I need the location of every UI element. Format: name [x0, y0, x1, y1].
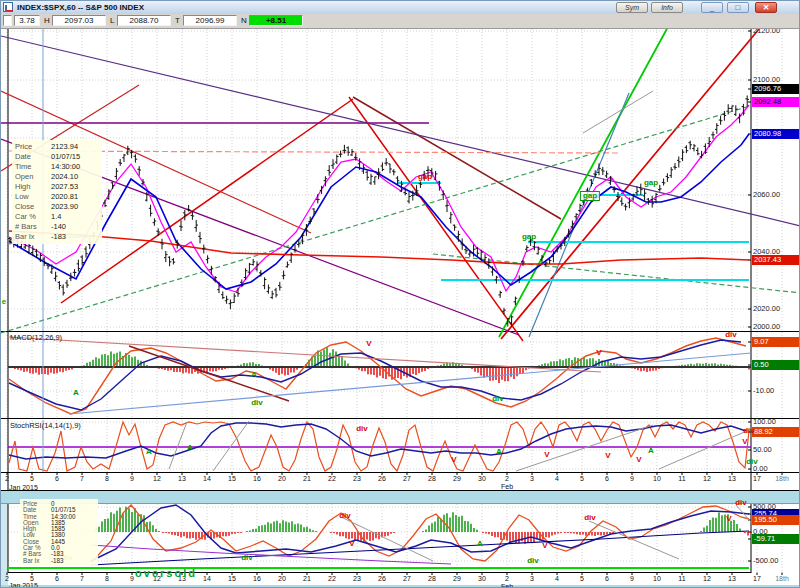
x-axis-label: 18th	[775, 575, 789, 582]
annotation-div: div	[725, 331, 737, 339]
macd-axis-label: -10.00	[753, 387, 774, 395]
data-window-row: Open2024.10	[15, 172, 99, 182]
data-window-row: Date01/07/15	[15, 152, 99, 162]
stochrsi-axis-badge: 88.92	[752, 427, 799, 437]
trend-green-dashed	[1, 105, 753, 333]
x-axis-label: 16	[253, 575, 261, 582]
x-axis-label: 8	[105, 475, 109, 482]
x-axis-label: 13	[728, 575, 736, 582]
x-axis-label: 6	[55, 575, 59, 582]
x-axis-label: 15	[228, 475, 236, 482]
x-axis-label: 11	[678, 475, 685, 482]
x-axis-label: 17	[753, 575, 761, 582]
month-label: Jan 2015	[9, 582, 38, 588]
annotation-div: div	[339, 512, 351, 520]
quote-change-box: 3.78	[14, 15, 40, 26]
annotation-V: V	[596, 349, 601, 357]
annotation-gap: gap	[644, 179, 658, 187]
x-axis-label: 2	[505, 575, 509, 582]
x-axis-label: 12	[703, 475, 711, 482]
annotation-A: A	[496, 448, 502, 456]
annotation-A: A	[648, 447, 654, 455]
title-bar: INDEX:$SPX,60 -- S&P 500 INDEX Sym Info …	[1, 1, 800, 15]
quote-low-box: 2088.70	[117, 15, 171, 26]
x-axis-label: 16	[253, 475, 261, 482]
annotation-A: A	[146, 448, 152, 456]
annotation-V: V	[742, 438, 747, 446]
lower-axis-badge: -59.71	[752, 534, 799, 544]
ohlc-price-bars	[8, 95, 749, 326]
main-price-axis-label: 2020.00	[753, 305, 780, 313]
x-axis-label: 9	[130, 575, 134, 582]
x-axis-label: 2	[5, 475, 9, 482]
info-button[interactable]: Info	[651, 2, 683, 13]
data-window-row: High2027.53	[15, 182, 99, 192]
app-icon	[3, 2, 13, 12]
macd-trend-lightblue	[69, 353, 751, 414]
window-title: INDEX:$SPX,60 -- S&P 500 INDEX	[17, 3, 144, 12]
data-window-row: Bar Ix-183	[23, 558, 95, 564]
x-axis-label: 10	[653, 575, 661, 582]
annotation-V: V	[451, 456, 456, 464]
x-axis-label: 27	[403, 475, 411, 482]
x-axis-label: 28	[428, 575, 436, 582]
last-label: T	[175, 16, 180, 25]
main-price-axis-label: 2060.00	[753, 191, 780, 199]
annotation-div: div	[356, 425, 368, 433]
annotation-div: div	[527, 557, 539, 565]
quote-bar: 3.78 H 2097.03 L 2088.70 T 2096.99 N +8.…	[1, 14, 800, 29]
qcharts-window: { "window":{"title":"INDEX:$SPX,60 -- S&…	[0, 0, 800, 588]
main-price-axis-label: 2100.00	[753, 76, 780, 84]
trend-red-channel	[501, 29, 759, 339]
close-button[interactable]: ✕	[755, 2, 777, 13]
annotation-e: e	[2, 298, 6, 306]
x-axis-label: 9	[630, 475, 634, 482]
annotation-A: A	[73, 389, 79, 397]
stochrsi-axis-label: 100.00	[753, 418, 776, 426]
x-axis-label: 5	[30, 475, 34, 482]
x-axis-label: 4	[555, 575, 559, 582]
main-price-axis-label: 2000.00	[753, 323, 780, 331]
maximize-button[interactable]: □	[727, 2, 749, 13]
data-window-row: Time14:30:00	[15, 162, 99, 172]
annotation-div: div	[743, 427, 755, 435]
ma-blue	[9, 134, 749, 289]
x-axis-label: 13	[178, 475, 186, 482]
feb-label: Feb	[501, 483, 513, 490]
quote-high-box: 2097.03	[52, 15, 106, 26]
macd-signal-line	[9, 340, 741, 410]
x-axis-label: 21	[303, 475, 311, 482]
data-window-lower: Price0Date01/07/15Time14:30:00Open1385Hi…	[20, 499, 98, 566]
annotation-gap: gap	[418, 173, 432, 181]
minimize-button[interactable]: _	[701, 2, 723, 13]
data-window-row: Bar Ix-183	[15, 232, 99, 242]
main-price-axis-badge: 2096.76	[752, 84, 799, 94]
x-axis-label: 17	[753, 475, 761, 482]
annotation-V: V	[366, 340, 371, 348]
stochrsi-axis-label: 0.00	[753, 465, 768, 473]
annotation-gap: gap	[580, 191, 600, 201]
x-axis-label: 23	[353, 575, 361, 582]
low-label: L	[110, 16, 114, 25]
annotation-A: A	[251, 371, 257, 379]
data-window-row: Low2020.81	[15, 192, 99, 202]
annotation-V: V	[605, 452, 610, 460]
x-axis-label: 7	[80, 575, 84, 582]
annotation-div: div	[584, 514, 596, 522]
quote-last-box: 2096.99	[183, 15, 237, 26]
macd-trend-maroon	[129, 346, 289, 401]
x-axis-label: 2	[5, 575, 9, 582]
x-axis-label: 27	[403, 575, 411, 582]
x-axis-label: 6	[605, 475, 609, 482]
sym-button[interactable]: Sym	[616, 2, 648, 13]
annotation-div: div	[735, 499, 747, 507]
x-axis-label: 20	[278, 475, 286, 482]
quote-spacer-box	[3, 15, 12, 26]
stochrsi-gray-1	[169, 422, 187, 469]
x-axis-label: 6	[55, 475, 59, 482]
main-price-axis-badge: 2092.48	[752, 97, 799, 107]
lower-purple-line	[91, 545, 451, 564]
annotation-A: A	[477, 540, 483, 548]
macd-axis-badge: 9.07	[752, 337, 799, 347]
annotation-oversold: oversold	[135, 568, 197, 579]
